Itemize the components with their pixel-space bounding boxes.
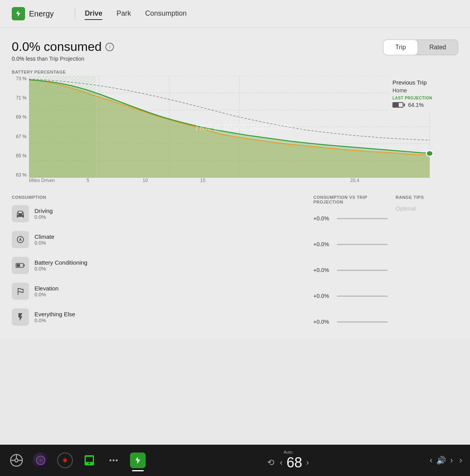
prev-trip-title: Previous Trip <box>392 79 454 86</box>
vs-trip-item-climate: +0.0% <box>313 236 388 253</box>
consumption-item-driving: Driving 0.0% <box>12 205 309 222</box>
toggle-trip-button[interactable]: Trip <box>383 40 418 55</box>
battery-conditioning-name: Battery Conditioning <box>34 259 87 266</box>
info-icon[interactable]: i <box>105 43 114 51</box>
nav-logo: Energy <box>12 7 54 20</box>
consumption-item-elevation: Elevation 0.0% <box>12 283 309 300</box>
vs-elevation-value: +0.0% <box>313 293 333 299</box>
battery-conditioning-icon <box>12 257 29 274</box>
svg-point-23 <box>113 460 115 462</box>
consumed-value: 0.0% consumed <box>12 40 101 54</box>
taskbar-right: ‹ 🔊 › › <box>430 455 462 465</box>
chart-section: BATTERY PERCENTAGE 73 % 71 % 69 % 67 % 6… <box>12 70 458 187</box>
svg-point-22 <box>110 460 112 462</box>
climate-pct: 0.0% <box>34 240 54 246</box>
vs-elevation-bar <box>337 296 388 297</box>
consumed-section: 0.0% consumed i 0.0% less than Trip Proj… <box>12 40 114 62</box>
dashcam-icon[interactable] <box>56 452 74 469</box>
prev-trip-projection-label: LAST PROJECTION <box>392 96 454 100</box>
elevation-icon <box>12 283 29 300</box>
battery-percentage: 64.1% <box>408 102 424 108</box>
speed-decrease-arrow[interactable]: ‹ <box>280 458 282 468</box>
battery-conditioning-pct: 0.0% <box>34 266 87 272</box>
driving-text: Driving 0.0% <box>34 207 53 220</box>
elevation-text: Elevation 0.0% <box>34 285 59 298</box>
header-row: 0.0% consumed i 0.0% less than Trip Proj… <box>12 40 458 62</box>
vs-trip-item-battery: +0.0% <box>313 261 388 279</box>
vs-battery-value: +0.0% <box>313 267 333 273</box>
range-tips-optimal: Optimal <box>396 205 458 212</box>
everything-else-name: Everything Else <box>34 311 75 317</box>
vs-driving-value: +0.0% <box>313 215 333 222</box>
battery-body <box>392 102 403 108</box>
chart-y-label: BATTERY PERCENTAGE <box>12 70 458 74</box>
everything-else-icon <box>12 308 29 326</box>
steering-wheel-icon[interactable] <box>8 452 25 469</box>
y-label-69: 69 % <box>12 114 27 120</box>
vs-climate-value: +0.0% <box>313 241 333 247</box>
taskbar: Auto ⟲ ‹ 68 › ‹ 🔊 › › <box>0 445 470 476</box>
top-navigation: Energy Drive Park Consumption <box>0 0 470 28</box>
driving-pct: 0.0% <box>34 214 53 220</box>
more-dots-icon[interactable] <box>105 452 122 469</box>
consumed-subtitle: 0.0% less than Trip Projection <box>12 56 114 62</box>
vs-trip-item-driving: +0.0% <box>313 210 388 227</box>
vs-trip-header: CONSUMPTION VS TRIP PROJECTION <box>313 195 388 204</box>
x-label-204: 20.4 <box>350 178 359 183</box>
consumption-section: CONSUMPTION Driving 0.0% <box>12 191 458 339</box>
vs-battery-bar <box>337 270 388 271</box>
consumed-title: 0.0% consumed i <box>12 40 114 54</box>
vs-everything-value: +0.0% <box>313 319 333 325</box>
x-label-15: 15 <box>200 178 205 183</box>
battery-icon <box>392 102 405 108</box>
vs-driving-bar <box>337 218 388 219</box>
nav-logo-text: Energy <box>29 9 54 18</box>
range-tips-column: RANGE TIPS Optimal <box>388 195 458 339</box>
y-label-65: 65 % <box>12 153 27 159</box>
next-arrow-icon[interactable]: › <box>459 455 462 465</box>
elevation-pct: 0.0% <box>34 292 59 298</box>
subtitle-rest: than Trip Projection <box>37 56 85 62</box>
vs-everything-bar <box>337 321 388 323</box>
consumption-item-battery: Battery Conditioning 0.0% <box>12 257 309 274</box>
battery-conditioning-text: Battery Conditioning 0.0% <box>34 259 87 272</box>
speed-value: 68 <box>286 454 302 471</box>
steering-small-icon: ⟲ <box>267 458 274 468</box>
svg-point-24 <box>116 460 118 462</box>
tab-park[interactable]: Park <box>116 8 131 20</box>
x-label-10: 10 <box>143 178 148 183</box>
battery-tip <box>404 103 405 106</box>
y-label-67: 67 % <box>12 134 27 139</box>
vs-trip-item-elevation: +0.0% <box>313 287 388 305</box>
climate-name: Climate <box>34 233 54 240</box>
vs-climate-bar <box>337 244 388 245</box>
y-label-71: 71 % <box>12 95 27 101</box>
nav-separator <box>75 8 75 19</box>
tab-consumption[interactable]: Consumption <box>145 8 186 20</box>
driving-name: Driving <box>34 207 53 214</box>
nav-tabs: Drive Park Consumption <box>85 8 186 20</box>
speed-increase-arrow[interactable]: › <box>306 458 309 468</box>
consumption-item-climate: Climate 0.0% <box>12 231 309 248</box>
x-label-miles: Miles Driven <box>29 178 55 183</box>
volume-increase-arrow[interactable]: › <box>450 455 453 465</box>
y-label-73: 73 % <box>12 76 27 81</box>
tab-drive[interactable]: Drive <box>85 8 102 20</box>
driving-icon <box>12 205 29 222</box>
camera-icon[interactable] <box>32 452 49 469</box>
consumption-column: CONSUMPTION Driving 0.0% <box>12 195 309 339</box>
toggle-rated-button[interactable]: Rated <box>418 40 458 55</box>
subtitle-green: 0.0% less <box>12 56 36 62</box>
vs-trip-item-everything: +0.0% <box>313 313 388 330</box>
chart-y-axis: 73 % 71 % 69 % 67 % 65 % 63 % <box>12 76 29 178</box>
svg-point-12 <box>426 151 433 156</box>
auto-label: Auto <box>267 450 309 454</box>
main-content: 0.0% consumed i 0.0% less than Trip Proj… <box>0 28 470 339</box>
prev-trip-panel: Previous Trip Home LAST PROJECTION 64.1% <box>388 76 458 111</box>
range-tips-header: RANGE TIPS <box>396 195 458 200</box>
energy-app-icon[interactable] <box>129 452 146 469</box>
chart-wrapper: 73 % 71 % 69 % 67 % 65 % 63 % <box>12 76 458 178</box>
phone-icon[interactable] <box>81 452 98 469</box>
elevation-name: Elevation <box>34 285 59 292</box>
volume-decrease-arrow[interactable]: ‹ <box>430 455 432 465</box>
